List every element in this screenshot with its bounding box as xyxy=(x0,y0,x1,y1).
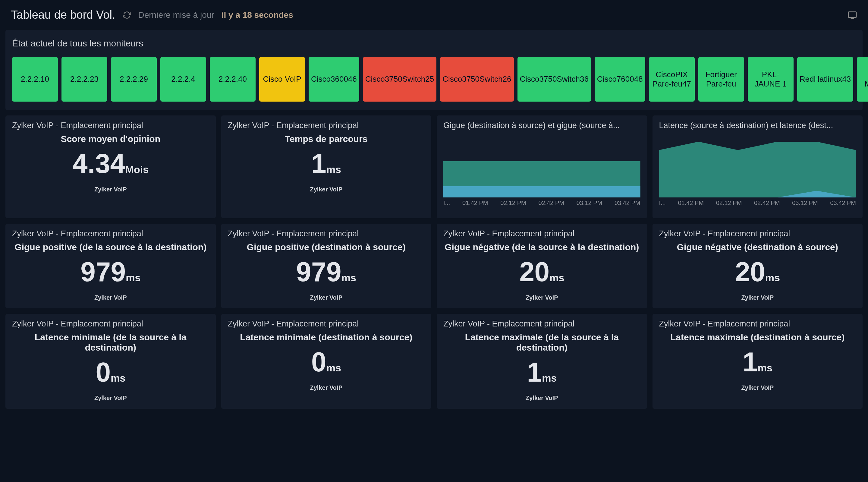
metric-value: 0 xyxy=(311,347,327,377)
card-title: Zylker VoIP - Emplacement principal xyxy=(443,319,641,329)
metric-card: Zylker VoIP - Emplacement principalLaten… xyxy=(5,314,216,409)
monitor-tile[interactable]: Cisco3750Switch25 xyxy=(363,57,436,101)
monitor-tile[interactable]: 2.2.2.10 xyxy=(12,57,58,101)
refresh-icon[interactable] xyxy=(123,11,131,19)
metric-unit: ms xyxy=(341,272,356,283)
metric-value-wrap: 1ms xyxy=(228,148,425,179)
metric-source: Zylker VoIP xyxy=(659,384,856,391)
metric-card: Zylker VoIP - Emplacement principalLaten… xyxy=(221,314,432,409)
metric-unit: ms xyxy=(327,164,341,175)
card-title: Zylker VoIP - Emplacement principal xyxy=(12,121,209,130)
metric-unit: ms xyxy=(111,372,125,384)
card-subtitle: Temps de parcours xyxy=(228,134,425,144)
metric-value: 20 xyxy=(735,257,765,287)
monitor-tile[interactable]: 2.2.2.4 xyxy=(160,57,206,101)
svg-rect-0 xyxy=(848,12,857,18)
metric-source: Zylker VoIP xyxy=(443,294,641,301)
monitor-tile[interactable]: 2.2.2.40 xyxy=(210,57,255,101)
metric-value: 1 xyxy=(527,357,542,387)
metric-unit: ms xyxy=(765,272,780,283)
monitor-tile[interactable]: Cisco760048 xyxy=(595,57,645,101)
card-subtitle: Score moyen d'opinion xyxy=(12,134,209,144)
row-2: Zylker VoIP - Emplacement principalGigue… xyxy=(5,224,863,308)
monitors-panel: État actuel de tous les moniteurs 2.2.2.… xyxy=(5,30,863,110)
card-title: Zylker VoIP - Emplacement principal xyxy=(659,229,856,238)
metric-value-wrap: 0ms xyxy=(12,357,209,388)
row-1: Zylker VoIP - Emplacement principal Scor… xyxy=(5,116,863,218)
metric-source: Zylker VoIP xyxy=(12,294,209,301)
metric-source: Zylker VoIP xyxy=(12,186,209,193)
metric-unit: ms xyxy=(126,272,141,283)
axis-tick: 03:12 PM xyxy=(577,200,602,207)
monitor-tile[interactable]: 2.2.2.29 xyxy=(111,57,157,101)
axis-tick: I:.. xyxy=(443,200,450,207)
metric-source: Zylker VoIP xyxy=(659,294,856,301)
card-subtitle: Gigue négative (de la source à la destin… xyxy=(443,242,641,252)
axis-tick: 01:42 PM xyxy=(678,200,704,207)
monitor-tile[interactable]: PKL-JAUNE 1 xyxy=(748,57,794,101)
metric-unit: ms xyxy=(758,362,772,373)
axis-tick: 03:42 PM xyxy=(830,200,856,207)
card-title: Zylker VoIP - Emplacement principal xyxy=(12,229,209,238)
metric-card: Zylker VoIP - Emplacement principalGigue… xyxy=(437,224,647,308)
axis-tick: 02:42 PM xyxy=(538,200,564,207)
card-title: Zylker VoIP - Emplacement principal xyxy=(12,319,209,329)
axis-tick: 02:42 PM xyxy=(754,200,780,207)
monitor-tile[interactable]: Source Moniteur xyxy=(857,57,868,101)
metric-value: 979 xyxy=(296,257,341,287)
card-title: Zylker VoIP - Emplacement principal xyxy=(659,319,856,329)
page-title: Tableau de bord Vol. xyxy=(11,8,116,21)
axis-tick: 01:42 PM xyxy=(462,200,488,207)
metric-value: 1 xyxy=(311,149,327,179)
monitors-section-title: État actuel de tous les moniteurs xyxy=(12,38,856,49)
monitor-tile[interactable]: Fortiguer Pare-feu xyxy=(698,57,744,101)
axis-tick: 03:42 PM xyxy=(615,200,641,207)
metric-card: Zylker VoIP - Emplacement principalGigue… xyxy=(221,224,432,308)
metric-card: Zylker VoIP - Emplacement principalGigue… xyxy=(5,224,216,308)
card-title: Zylker VoIP - Emplacement principal xyxy=(228,121,425,130)
metric-unit: ms xyxy=(542,372,557,384)
metric-unit: ms xyxy=(550,272,564,283)
monitor-tile[interactable]: Cisco3750Switch36 xyxy=(518,57,591,101)
metric-value-wrap: 4.34Mois xyxy=(12,148,209,179)
metric-source: Zylker VoIP xyxy=(228,294,425,301)
chart-card-latency: Latence (source à destination) et latenc… xyxy=(652,116,863,218)
card-title: Zylker VoIP - Emplacement principal xyxy=(443,229,641,238)
metric-value: 1 xyxy=(743,347,758,377)
export-icon[interactable] xyxy=(847,10,857,20)
monitor-tile[interactable]: Cisco3750Switch26 xyxy=(440,57,514,101)
metric-card: Zylker VoIP - Emplacement principalLaten… xyxy=(437,314,647,409)
metric-value-wrap: 1ms xyxy=(659,347,856,378)
dashboard-header: Tableau de bord Vol. Dernière mise à jou… xyxy=(0,0,868,30)
axis-tick: 02:12 PM xyxy=(716,200,742,207)
metric-value-wrap: 979ms xyxy=(228,257,425,288)
metric-value-wrap: 20ms xyxy=(659,257,856,288)
card-title: Zylker VoIP - Emplacement principal xyxy=(228,319,425,329)
metric-source: Zylker VoIP xyxy=(228,186,425,193)
monitors-tiles: 2.2.2.102.2.2.232.2.2.292.2.2.42.2.2.40C… xyxy=(12,57,856,101)
last-update-time: il y a 18 secondes xyxy=(221,10,293,20)
card-title: Latence (source à destination) et latenc… xyxy=(659,121,856,130)
chart: I:..01:42 PM02:12 PM02:42 PM03:12 PM03:4… xyxy=(443,142,641,211)
card-subtitle: Latence minimale (destination à source) xyxy=(228,332,425,342)
row-3: Zylker VoIP - Emplacement principalLaten… xyxy=(5,314,863,409)
metric-value: 4.34 xyxy=(72,149,125,179)
metric-source: Zylker VoIP xyxy=(443,395,641,401)
chart: I:..01:42 PM02:12 PM02:42 PM03:12 PM03:4… xyxy=(659,142,856,211)
monitor-tile[interactable]: 2.2.2.23 xyxy=(61,57,107,101)
metric-source: Zylker VoIP xyxy=(228,384,425,391)
metric-card: Zylker VoIP - Emplacement principalLaten… xyxy=(652,314,863,409)
chart-card-jitter: Gigue (destination à source) et gigue (s… xyxy=(437,116,647,218)
axis-tick: 03:12 PM xyxy=(792,200,818,207)
metric-card: Zylker VoIP - Emplacement principal Scor… xyxy=(5,116,216,218)
last-update-label: Dernière mise à jour xyxy=(138,10,214,20)
metric-value: 0 xyxy=(96,357,111,387)
monitor-tile[interactable]: CiscoPIX Pare-feu47 xyxy=(649,57,695,101)
monitor-tile[interactable]: Cisco VoIP xyxy=(259,57,305,101)
axis-tick: 02:12 PM xyxy=(500,200,526,207)
card-subtitle: Latence maximale (destination à source) xyxy=(659,332,856,342)
metric-card: Zylker VoIP - Emplacement principalGigue… xyxy=(652,224,863,308)
metric-unit: Mois xyxy=(125,164,149,175)
monitor-tile[interactable]: RedHatlinux43 xyxy=(797,57,854,101)
monitor-tile[interactable]: Cisco360046 xyxy=(309,57,359,101)
